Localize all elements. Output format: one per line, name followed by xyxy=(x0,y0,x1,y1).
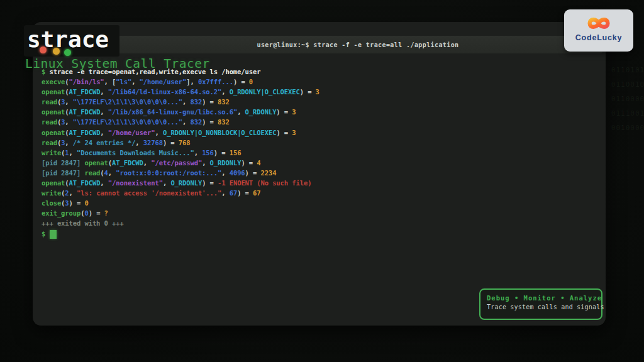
terminal-line: $ strace -e trace=openat,read,write,exec… xyxy=(42,67,444,77)
titlebar: user@linux:~$ strace -f -e trace=all ./a… xyxy=(113,36,602,53)
infinity-logo-icon xyxy=(582,14,616,32)
terminal-line: $ xyxy=(42,229,444,239)
info-box-tagline: Debug • Monitor • Analyze xyxy=(487,294,595,302)
terminal-line: read(3, "\177ELF\2\1\1\3\0\0\0\0...", 83… xyxy=(42,117,444,127)
logo-dot-red-icon xyxy=(40,47,47,53)
terminal-line: openat(AT_FDCWD, "/home/user", O_RDONLY|… xyxy=(42,128,444,138)
terminal-line: write(2, "ls: cannot access '/nonexisten… xyxy=(42,188,444,198)
logo-dot-green-icon xyxy=(64,49,71,56)
strace-logo: strace xyxy=(24,25,119,57)
terminal-line: exit_group(0) = ? xyxy=(42,208,444,218)
terminal-line: execve("/bin/ls", ["ls", "/home/user"], … xyxy=(42,77,444,87)
terminal-output: $ strace -e trace=openat,read,write,exec… xyxy=(42,67,444,239)
codelucky-brand-text: CodeLucky xyxy=(575,33,623,42)
terminal-cursor xyxy=(50,230,57,239)
terminal-line: read(3, /* 24 entries */, 32768) = 768 xyxy=(42,138,444,148)
terminal-line: [pid 2847] read(4, "root:x:0:0:root:/roo… xyxy=(42,168,444,178)
terminal-line: [pid 2847] openat(AT_FDCWD, "/etc/passwd… xyxy=(42,158,444,168)
terminal-line: openat(AT_FDCWD, "/lib64/ld-linux-x86-64… xyxy=(42,87,444,97)
terminal-line: openat(AT_FDCWD, "/lib/x86_64-linux-gnu/… xyxy=(42,107,444,117)
terminal-line: write(1, "Documents Downloads Music...",… xyxy=(42,148,444,158)
info-box-subtitle: Trace system calls and signals xyxy=(487,304,595,310)
info-box: Debug • Monitor • Analyze Trace system c… xyxy=(479,288,602,320)
terminal-line: +++ exited with 0 +++ xyxy=(42,218,444,228)
strace-graphic: { "logo": { "text": "strace", "dot_color… xyxy=(0,0,644,362)
terminal-line: close(3) = 0 xyxy=(42,198,444,208)
codelucky-badge: CodeLucky xyxy=(564,9,633,52)
terminal-line: read(3, "\177ELF\2\1\1\3\0\0\0\0...", 83… xyxy=(42,97,444,107)
terminal-line: openat(AT_FDCWD, "/nonexistent", O_RDONL… xyxy=(42,178,444,188)
titlebar-command: user@linux:~$ strace -f -e trace=all ./a… xyxy=(257,41,458,48)
logo-dot-yellow-icon xyxy=(53,48,60,55)
